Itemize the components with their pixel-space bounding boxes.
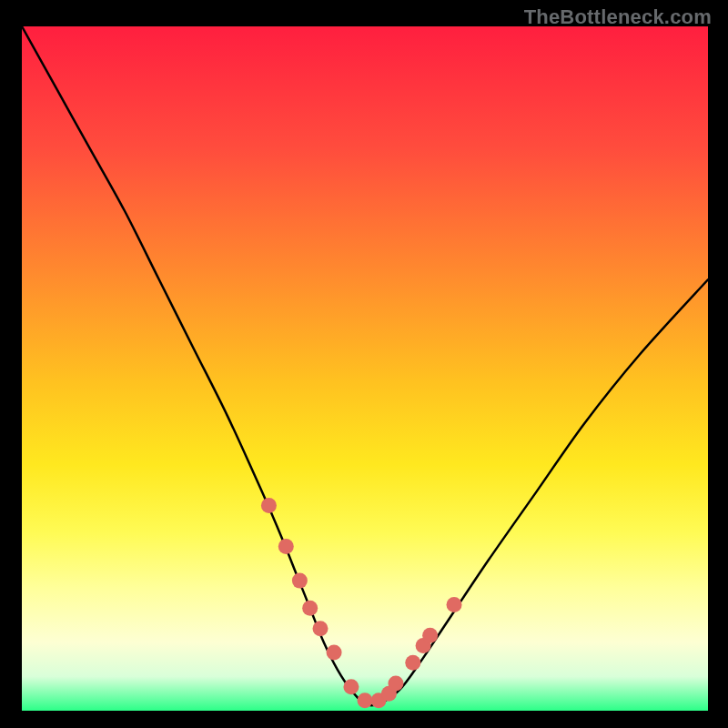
data-dot [422,628,438,643]
outer-frame: TheBottleneck.com [0,0,728,728]
watermark-text: TheBottleneck.com [524,5,712,29]
data-dot [358,693,373,708]
data-dot [261,498,277,513]
data-dot [447,597,462,612]
dot-series [261,498,462,708]
data-dot [292,573,308,589]
data-dot [405,655,420,671]
plot-area [22,26,708,711]
data-dot [327,645,342,661]
data-dot [278,539,294,554]
data-dot [343,679,359,694]
chart-svg [22,26,708,711]
data-dot [388,675,403,691]
data-dot [312,621,328,636]
bottleneck-curve [22,26,708,705]
data-dot [302,601,318,616]
